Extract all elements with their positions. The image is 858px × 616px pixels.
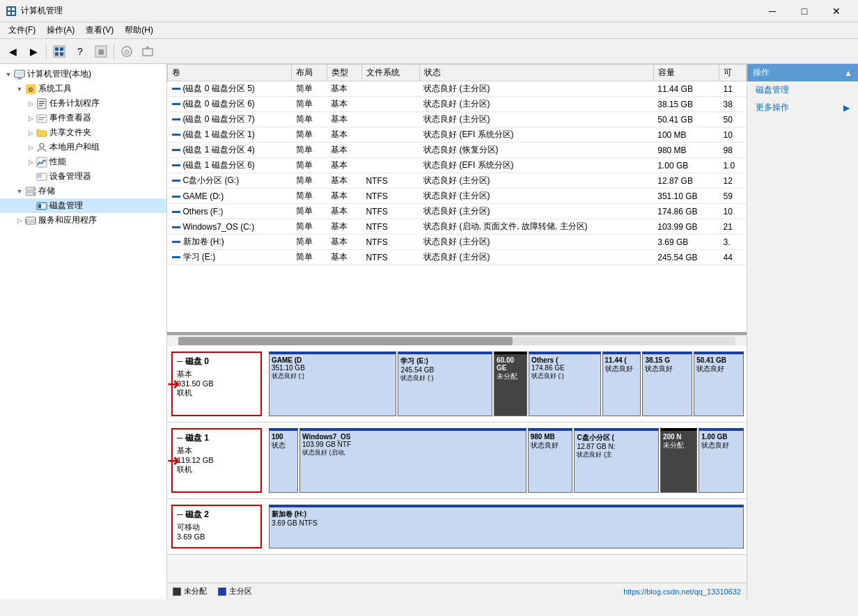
- services-toggle[interactable]: ▷: [14, 217, 25, 224]
- toolbar-btn-1[interactable]: [49, 42, 69, 61]
- back-button[interactable]: ◀: [3, 42, 22, 61]
- partition-label: 38.15 G: [645, 356, 689, 364]
- sidebar-item-task-scheduler[interactable]: ▷ 任务计划程序: [0, 96, 166, 111]
- sidebar-item-storage[interactable]: ▼ 存储: [0, 184, 166, 198]
- sidebar-item-local-users[interactable]: ▷ 本地用户和组: [0, 140, 166, 155]
- table-area[interactable]: 卷 布局 类型 文件系统 状态 容量 可 (磁盘 0 磁盘分区 5) 简单 基本…: [167, 64, 747, 335]
- partition-block[interactable]: 60.00 GE 未分配: [494, 352, 527, 416]
- table-row[interactable]: (磁盘 1 磁盘分区 4) 简单 基本 状态良好 (恢复分区) 980 MB 9…: [168, 143, 747, 158]
- cell-type: 基本: [327, 81, 361, 97]
- toolbar-btn-2[interactable]: ?: [70, 42, 90, 61]
- table-row[interactable]: C盘小分区 (G:) 简单 基本 NTFS 状态良好 (主分区) 12.87 G…: [168, 173, 747, 189]
- cell-status: 状态良好 (主分区): [419, 97, 653, 112]
- cell-avail: 12: [719, 173, 746, 189]
- partition-block[interactable]: C盘小分区 ( 12.87 GB N: 状态良好 (主: [574, 428, 658, 493]
- table-row[interactable]: (磁盘 1 磁盘分区 6) 简单 基本 状态良好 (EFI 系统分区) 1.00…: [168, 158, 747, 173]
- root-toggle[interactable]: ▼: [3, 71, 14, 78]
- col-size: 容量: [653, 65, 719, 81]
- toolbar-btn-3[interactable]: ⊞: [91, 42, 111, 61]
- sidebar-item-event-viewer[interactable]: ▷ 事件查看器: [0, 111, 166, 125]
- partition-block[interactable]: 980 MB 状态良好: [528, 428, 573, 493]
- cell-fs: [361, 158, 419, 173]
- menu-action[interactable]: 操作(A): [41, 23, 80, 38]
- sidebar-item-shared-folders[interactable]: ▷ 共享文件夹: [0, 125, 166, 140]
- menu-view[interactable]: 查看(V): [80, 23, 119, 38]
- event-viewer-toggle[interactable]: ▷: [25, 115, 36, 122]
- partition-block[interactable]: 学习 (E:) 245.54 GB 状态良好 (:): [398, 352, 492, 416]
- action-header[interactable]: 操作 ▲: [747, 64, 858, 81]
- svg-rect-2: [12, 8, 15, 10]
- sidebar-root[interactable]: ▼ 计算机管理(本地): [0, 67, 166, 81]
- partition-label: 学习 (E:): [400, 356, 490, 366]
- cell-avail: 59: [719, 189, 746, 204]
- sidebar-item-services[interactable]: ▷ SVC 服务和应用程序: [0, 213, 166, 228]
- horizontal-scrollbar[interactable]: [167, 335, 747, 346]
- device-manager-label: 设备管理器: [49, 171, 91, 182]
- partition-block[interactable]: 1.00 GB 状态良好: [699, 428, 744, 493]
- cell-type: 基本: [327, 235, 361, 250]
- h-scroll-track[interactable]: [178, 337, 735, 345]
- toolbar-btn-4[interactable]: ⊙: [117, 42, 136, 61]
- h-scroll-thumb[interactable]: [178, 337, 513, 345]
- table-row[interactable]: (磁盘 0 磁盘分区 7) 简单 基本 状态良好 (主分区) 50.41 GB …: [168, 112, 747, 127]
- partition-block[interactable]: Windows7_OS 103.99 GB NTF 状态良好 (启动,: [299, 428, 526, 493]
- svg-rect-1: [8, 8, 10, 10]
- partition-block[interactable]: 新加卷 (H:) 3.69 GB NTFS: [269, 505, 744, 548]
- col-fs: 文件系统: [361, 65, 419, 81]
- status-bar: 未分配 主分区 https://blog.csdn.net/qq_1331063…: [167, 583, 747, 599]
- table-row[interactable]: 新加卷 (H:) 简单 基本 NTFS 状态良好 (主分区) 3.69 GB 3…: [168, 235, 747, 250]
- performance-toggle[interactable]: ▷: [25, 159, 36, 166]
- shared-folders-toggle[interactable]: ▷: [25, 129, 36, 136]
- cell-type: 基本: [327, 173, 361, 189]
- cell-fs: [361, 81, 419, 97]
- sidebar-item-device-manager[interactable]: 设备管理器: [0, 169, 166, 184]
- cell-volume: (磁盘 0 磁盘分区 5): [168, 81, 292, 97]
- action-disk-mgmt[interactable]: 磁盘管理: [747, 81, 858, 99]
- cell-fs: NTFS: [361, 219, 419, 235]
- partition-block[interactable]: Others ( 174.86 GE 状态良好 (:): [529, 352, 601, 416]
- partition-block[interactable]: 38.15 G 状态良好: [642, 352, 692, 416]
- cell-status: 状态良好 (主分区): [419, 235, 653, 250]
- task-scheduler-toggle[interactable]: ▷: [25, 100, 36, 107]
- cell-size: 100 MB: [653, 127, 719, 143]
- partition-label: 新加卷 (H:): [272, 510, 741, 519]
- partition-block[interactable]: 50.41 GB 状态良好: [694, 352, 744, 416]
- table-row[interactable]: (磁盘 0 磁盘分区 6) 简单 基本 状态良好 (主分区) 38.15 GB …: [168, 97, 747, 112]
- local-users-toggle[interactable]: ▷: [25, 144, 36, 151]
- sidebar-item-system-tools[interactable]: ▼ ⚙ 系统工具: [0, 81, 166, 96]
- cell-layout: 简单: [292, 81, 327, 97]
- minimize-button[interactable]: ─: [756, 0, 788, 22]
- window-title: 计算机管理: [21, 5, 756, 17]
- table-row[interactable]: (磁盘 1 磁盘分区 1) 简单 基本 状态良好 (EFI 系统分区) 100 …: [168, 127, 747, 143]
- folder-share-icon: [36, 127, 47, 139]
- svg-rect-27: [38, 117, 45, 118]
- menu-help[interactable]: 帮助(H): [119, 23, 159, 38]
- svg-rect-26: [37, 115, 47, 123]
- table-row[interactable]: GAME (D:) 简单 基本 NTFS 状态良好 (主分区) 351.10 G…: [168, 189, 747, 204]
- partition-block[interactable]: 200 N 未分配: [660, 428, 697, 493]
- maximize-button[interactable]: □: [788, 0, 820, 22]
- sidebar-item-disk-management[interactable]: 磁盘管理: [0, 198, 166, 213]
- cell-status: 状态良好 (EFI 系统分区): [419, 127, 653, 143]
- menu-file[interactable]: 文件(F): [3, 23, 41, 38]
- table-row[interactable]: Others (F:) 简单 基本 NTFS 状态良好 (主分区) 174.86…: [168, 204, 747, 219]
- partition-sub: 3.69 GB NTFS: [272, 519, 741, 527]
- services-label: 服务和应用程序: [38, 214, 97, 226]
- sidebar-item-performance[interactable]: ▷ 性能: [0, 155, 166, 169]
- partition-block[interactable]: 100 状态: [269, 428, 298, 493]
- close-button[interactable]: ✕: [820, 0, 852, 22]
- toolbar-btn-5[interactable]: [138, 42, 157, 61]
- forward-button[interactable]: ▶: [24, 42, 43, 61]
- table-row[interactable]: (磁盘 0 磁盘分区 5) 简单 基本 状态良好 (主分区) 11.44 GB …: [168, 81, 747, 97]
- partition-block[interactable]: 11.44 ( 状态良好: [602, 352, 641, 416]
- action-more[interactable]: 更多操作 ▶: [747, 99, 858, 116]
- partition-sub2: 状态良好 (:): [531, 372, 598, 381]
- partition-block[interactable]: GAME (D 351.10 GB 状态良好 (:): [269, 352, 396, 416]
- table-row[interactable]: Windows7_OS (C:) 简单 基本 NTFS 状态良好 (启动, 页面…: [168, 219, 747, 235]
- table-row[interactable]: 学习 (E:) 简单 基本 NTFS 状态良好 (主分区) 245.54 GB …: [168, 250, 747, 265]
- storage-toggle[interactable]: ▼: [14, 188, 25, 195]
- col-status: 状态: [419, 65, 653, 81]
- action-collapse-icon: ▲: [844, 68, 852, 78]
- system-tools-toggle[interactable]: ▼: [14, 86, 25, 93]
- svg-point-29: [40, 143, 44, 148]
